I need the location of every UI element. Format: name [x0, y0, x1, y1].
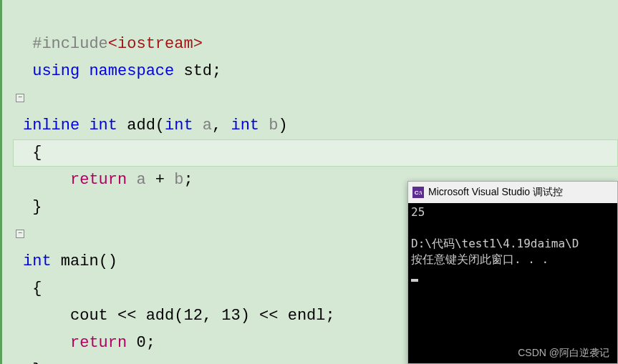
- punct: (: [155, 117, 165, 134]
- keyword: int: [23, 252, 52, 270]
- number: 12: [183, 307, 202, 325]
- func-name: main: [61, 252, 99, 270]
- param: b: [269, 117, 278, 134]
- punct: ;: [183, 171, 193, 189]
- operator: <<: [117, 307, 136, 325]
- keyword: namespace: [89, 62, 174, 80]
- identifier: a: [136, 171, 145, 189]
- keyword: int: [231, 117, 259, 134]
- param: a: [203, 117, 212, 134]
- code-line: using namespace std;: [23, 62, 221, 80]
- debug-console-window[interactable]: C:\ Microsoft Visual Studio 调试控 25 D:\代码…: [407, 181, 618, 364]
- code-line: [23, 225, 32, 243]
- punct: ;: [146, 334, 155, 352]
- brace: }: [32, 198, 42, 216]
- keyword: return: [70, 334, 127, 352]
- code-line: {: [23, 280, 42, 297]
- console-output[interactable]: 25 D:\代码\test1\4.19daima\D 按任意键关闭此窗口. . …: [408, 203, 617, 363]
- punct: ): [108, 252, 117, 270]
- brace: {: [32, 280, 42, 297]
- code-line: }: [23, 361, 42, 364]
- punct: ,: [212, 117, 221, 134]
- console-titlebar[interactable]: C:\ Microsoft Visual Studio 调试控: [408, 182, 617, 203]
- code-line: #include<iostream>: [23, 35, 203, 53]
- output-line: 25: [411, 205, 425, 219]
- punct: ;: [212, 62, 221, 80]
- identifier: std: [183, 62, 212, 80]
- code-line: return a + b;: [23, 171, 193, 189]
- code-line: [23, 89, 32, 107]
- number: 0: [136, 334, 145, 352]
- code-line: int main(): [23, 252, 117, 270]
- vs-icon: C:\: [412, 187, 424, 198]
- brace: {: [32, 144, 42, 162]
- code-line: inline int add(int a, int b): [23, 117, 288, 134]
- code-content[interactable]: #include<iostream> using namespace std; …: [23, 4, 335, 364]
- operator: <<: [259, 307, 278, 325]
- punct: ;: [326, 307, 335, 325]
- include-header: <iostream>: [108, 35, 203, 53]
- watermark: CSDN @阿白逆袭记: [518, 347, 609, 360]
- editor-gutter: [0, 0, 13, 364]
- code-line: return 0;: [23, 334, 155, 352]
- func-call: add: [146, 307, 175, 325]
- operator: +: [155, 171, 165, 189]
- func-name: add: [127, 117, 155, 134]
- code-line: }: [23, 198, 42, 216]
- identifier: b: [174, 171, 183, 189]
- number: 13: [221, 307, 240, 325]
- identifier: cout: [70, 307, 108, 325]
- brace: }: [32, 361, 42, 364]
- cursor-icon: [411, 279, 418, 282]
- punct: ,: [203, 307, 212, 325]
- code-line: {: [23, 144, 42, 162]
- output-line: D:\代码\test1\4.19daima\D: [411, 237, 579, 250]
- punct: (: [99, 252, 108, 270]
- console-title-text: Microsoft Visual Studio 调试控: [428, 186, 563, 199]
- identifier: endl: [288, 307, 326, 325]
- punct: ): [241, 307, 250, 325]
- punct: ): [278, 117, 287, 134]
- output-line: 按任意键关闭此窗口. . .: [411, 252, 549, 266]
- keyword: return: [70, 171, 127, 189]
- preprocessor: #include: [32, 35, 108, 53]
- keyword: inline: [23, 117, 79, 134]
- keyword: int: [89, 117, 117, 134]
- code-line: cout << add(12, 13) << endl;: [23, 307, 335, 325]
- punct: (: [174, 307, 183, 325]
- keyword: int: [165, 117, 193, 134]
- keyword: using: [32, 62, 79, 80]
